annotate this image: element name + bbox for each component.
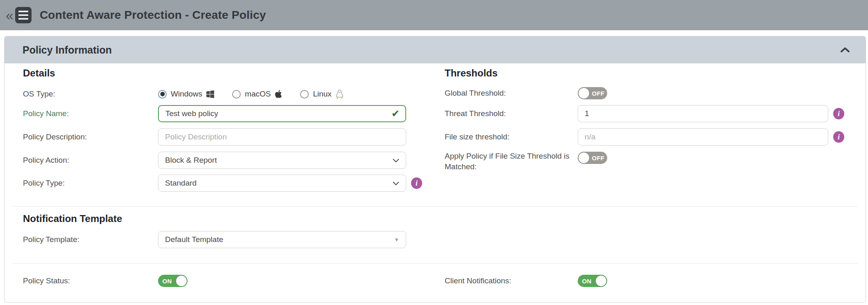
- toggle-knob: [176, 276, 187, 286]
- radio-windows-label: Windows: [171, 90, 202, 99]
- client-notifications-label: Client Notifications:: [445, 276, 578, 286]
- os-type-label: OS Type:: [23, 89, 158, 99]
- policy-template-select[interactable]: Default Template ▼: [158, 231, 406, 248]
- menu-list-icon[interactable]: [15, 7, 32, 23]
- toggle-state-label: OFF: [589, 155, 607, 161]
- policy-name-row: Policy Name: ✔: [23, 105, 428, 122]
- policy-action-value: Block & Report: [165, 156, 217, 165]
- os-type-row: OS Type: Windows macOS: [23, 85, 428, 103]
- section-divider: [13, 206, 857, 206]
- windows-logo-icon: [206, 90, 214, 98]
- policy-description-row: Policy Description:: [23, 128, 428, 146]
- file-size-threshold-input-wrap: [578, 128, 828, 146]
- threat-threshold-input[interactable]: [578, 105, 828, 122]
- policy-status-label: Policy Status:: [23, 276, 158, 286]
- toggle-state-label: OFF: [589, 90, 607, 97]
- radio-windows[interactable]: Windows: [158, 90, 214, 99]
- toggle-knob: [596, 276, 606, 286]
- policy-information-panel: Policy Information Details OS Type: Wind…: [4, 36, 866, 303]
- policy-description-label: Policy Description:: [23, 132, 158, 142]
- details-column: Details OS Type: Windows: [23, 63, 428, 303]
- linux-logo-icon: [336, 90, 344, 99]
- chevron-down-icon: [393, 182, 399, 185]
- policy-type-select[interactable]: Standard: [158, 175, 406, 192]
- toggle-state-label: ON: [158, 278, 176, 285]
- panel-body: Details OS Type: Windows: [5, 63, 866, 303]
- policy-action-select[interactable]: Block & Report: [158, 152, 406, 169]
- policy-name-label: Policy Name:: [23, 108, 158, 119]
- policy-type-row: Policy Type: Standard i: [23, 175, 428, 192]
- client-notifications-row: Client Notifications: ON: [445, 274, 854, 287]
- radio-circle[interactable]: [158, 90, 167, 99]
- policy-type-label: Policy Type:: [23, 178, 158, 188]
- radio-circle[interactable]: [300, 90, 309, 99]
- policy-action-row: Policy Action: Block & Report: [23, 152, 428, 169]
- threat-threshold-row: Threat Threshold: i: [445, 105, 854, 122]
- radio-linux-label: Linux: [313, 90, 331, 99]
- thresholds-column: Thresholds Global Threshold: OFF Threat …: [445, 63, 854, 303]
- toggle-knob: [579, 152, 589, 163]
- policy-status-row: Policy Status: ON: [23, 274, 428, 287]
- policy-template-value: Default Template: [165, 235, 223, 244]
- policy-template-label: Policy Template:: [23, 234, 158, 245]
- client-notifications-toggle[interactable]: ON: [578, 275, 607, 287]
- policy-name-input-wrap: ✔: [158, 105, 406, 122]
- apply-policy-toggle[interactable]: OFF: [578, 152, 607, 164]
- radio-macos[interactable]: macOS: [232, 90, 282, 99]
- os-type-radio-group: Windows macOS: [158, 90, 344, 99]
- panel-title: Policy Information: [23, 44, 112, 56]
- toggle-state-label: ON: [578, 278, 596, 285]
- radio-circle[interactable]: [232, 90, 241, 99]
- info-icon[interactable]: i: [833, 131, 844, 143]
- threat-threshold-input-wrap: [578, 105, 828, 122]
- page-title: Content Aware Protection - Create Policy: [40, 9, 266, 22]
- chevron-up-icon[interactable]: [840, 47, 850, 53]
- threat-threshold-label: Threat Threshold:: [445, 108, 578, 119]
- collapse-sidebar-icon[interactable]: «: [6, 8, 14, 22]
- policy-description-input-wrap: [158, 128, 406, 146]
- apple-logo-icon: [275, 90, 282, 99]
- apply-policy-label: Apply Policy if File Size Threshold is M…: [445, 151, 578, 172]
- policy-name-input[interactable]: [158, 105, 406, 122]
- dropdown-triangle-icon: ▼: [394, 237, 399, 243]
- policy-action-label: Policy Action:: [23, 155, 158, 166]
- info-icon[interactable]: i: [411, 177, 422, 189]
- thresholds-heading: Thresholds: [445, 67, 497, 79]
- radio-linux[interactable]: Linux: [300, 90, 343, 99]
- panel-header[interactable]: Policy Information: [5, 36, 866, 63]
- section-divider: [13, 263, 857, 264]
- file-size-threshold-row: File size threshold: i: [445, 128, 854, 146]
- global-threshold-toggle[interactable]: OFF: [578, 87, 607, 99]
- global-threshold-row: Global Threshold: OFF: [445, 87, 854, 99]
- policy-description-input[interactable]: [158, 128, 406, 146]
- file-size-threshold-input[interactable]: [578, 128, 828, 146]
- chevron-down-icon: [393, 159, 399, 162]
- policy-status-toggle[interactable]: ON: [158, 275, 188, 287]
- radio-macos-label: macOS: [245, 90, 271, 99]
- file-size-threshold-label: File size threshold:: [445, 132, 578, 142]
- apply-policy-row: Apply Policy if File Size Threshold is M…: [445, 151, 854, 175]
- policy-template-row: Policy Template: Default Template ▼: [23, 231, 428, 248]
- info-icon[interactable]: i: [833, 108, 844, 119]
- details-heading: Details: [23, 67, 55, 79]
- notification-template-heading: Notification Template: [23, 213, 122, 224]
- toggle-knob: [579, 88, 589, 99]
- top-title-bar: « Content Aware Protection - Create Poli…: [0, 0, 868, 30]
- global-threshold-label: Global Threshold:: [445, 88, 578, 99]
- policy-type-value: Standard: [165, 179, 197, 188]
